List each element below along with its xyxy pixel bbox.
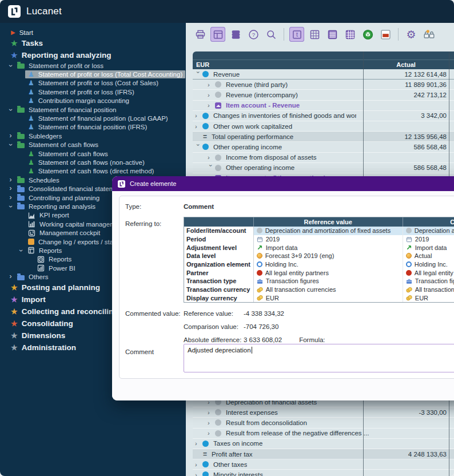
chevron-right-icon[interactable]: › <box>208 102 215 108</box>
comparison-value-row: Comparison value: -704 726,30 <box>184 323 278 330</box>
gear-icon[interactable]: ⚙ <box>404 27 419 42</box>
case-icon <box>257 278 263 284</box>
locks-icon[interactable] <box>421 27 436 42</box>
chevron-down-icon[interactable]: › <box>8 106 14 113</box>
report-row-interest-expenses[interactable]: ›Interest expenses-3 330,00 <box>193 407 454 418</box>
report-row-revenue-intercompany[interactable]: ›Revenue (intercompany)242 713,12 <box>193 90 454 100</box>
chevron-right-icon[interactable]: › <box>7 177 14 183</box>
reference-row-adjustment-level[interactable]: Adjustment levelImport dataImport data <box>184 243 454 252</box>
sidebar-item-statement-of-financial-position[interactable]: ›Statement of financial position <box>0 105 186 114</box>
chevron-down-icon[interactable]: › <box>208 165 214 171</box>
sidebar-item-statement-of-cash-flows[interactable]: ›Statement of cash flows <box>0 141 186 149</box>
reference-row-display-currency[interactable]: Display currencyEUREUR <box>184 294 454 303</box>
reference-table: Reference valueComparison valueFolder/it… <box>184 217 454 303</box>
absolute-difference-row: Absolute difference: 3 633 608,02 Formul… <box>184 336 325 343</box>
chevron-right-icon[interactable]: › <box>195 472 202 476</box>
dialog-title-bar[interactable]: Create elemente <box>112 176 454 191</box>
report-row-revenue[interactable]: ›Revenue12 132 614,48 <box>193 69 454 80</box>
report-row-total-operating-performance[interactable]: =Total operating performance12 135 956,4… <box>193 132 454 142</box>
sidebar-item-label: Import <box>22 295 46 304</box>
report-row-other-taxes[interactable]: ›Other taxes <box>193 459 454 470</box>
chevron-down-icon[interactable]: › <box>18 247 24 254</box>
sidebar-item-reporting-and-analyzing[interactable]: ★Reporting and analyzing <box>0 49 186 61</box>
sidebar-item-contribution-margin-accounting[interactable]: ♟Contribution margin accounting <box>0 97 186 105</box>
sidebar-item-statement-of-profit-or-loss-total-cost-accounting[interactable]: ♟Statement of profit or loss (Total Cost… <box>0 70 186 78</box>
chevron-right-icon[interactable]: › <box>208 154 215 160</box>
svg-text:?: ? <box>252 31 254 38</box>
chevron-right-icon[interactable]: › <box>7 133 14 138</box>
print-icon[interactable] <box>193 27 208 42</box>
report-row-profit-after-tax[interactable]: =Profit after tax4 248 133,63 <box>193 449 454 459</box>
chevron-right-icon[interactable]: › <box>208 410 215 415</box>
sidebar-item-statement-of-financial-position-ifrs[interactable]: ♟Statement of financial position (IFRS) <box>0 123 186 132</box>
cube-icon[interactable] <box>360 27 375 42</box>
chevron-right-icon[interactable]: › <box>208 420 215 426</box>
report-row-income-from-disposal-of-assets[interactable]: ›Income from disposal of assets <box>193 153 454 163</box>
report-row-other-operating-income[interactable]: ›Other operating income586 568,48 <box>193 142 454 152</box>
sidebar-item-statement-of-profit-or-loss-cost-of-sales[interactable]: ♟Statement of profit or loss (Cost of Sa… <box>0 79 186 88</box>
stop-icon[interactable] <box>378 27 393 42</box>
reference-row-partner[interactable]: PartnerAll legal entity partnersAll lega… <box>184 268 454 277</box>
sidebar-item-statement-of-cash-flows-non-active[interactable]: ♟Statement of cash flows (non-active) <box>0 158 186 166</box>
reference-row-data-level[interactable]: Data levelForecast 3+9 2019 (eng)Actual <box>184 252 454 260</box>
grid-icon[interactable] <box>307 27 322 42</box>
chevron-down-icon[interactable]: › <box>196 71 201 77</box>
report-row-revenue-third-party[interactable]: ›Revenue (third party)11 889 901,36 <box>193 80 454 90</box>
chevron-right-icon[interactable]: › <box>195 124 202 129</box>
sidebar-item-statement-of-profit-or-loss[interactable]: ›Statement of profit or loss <box>0 61 186 70</box>
chevron-down-icon[interactable]: › <box>196 144 201 150</box>
reference-row-folder-item-account[interactable]: Folder/item/accountDepreciation and amor… <box>184 227 454 235</box>
chevron-down-icon[interactable]: › <box>8 141 14 149</box>
chevron-right-icon[interactable]: › <box>208 82 215 88</box>
reference-row-period[interactable]: Period20192019 <box>184 235 454 244</box>
grid-filled-icon[interactable] <box>343 27 357 42</box>
sidebar-item-start[interactable]: ▶Start <box>0 27 186 37</box>
currency-header: EUR <box>196 61 209 68</box>
blue-dot-icon <box>202 461 209 467</box>
sidebar-item-label: Subledgers <box>29 133 62 140</box>
help-icon[interactable]: ? <box>246 27 261 42</box>
sidebar-item-statement-of-cash-flows[interactable]: ♟Statement of cash flows <box>0 149 186 158</box>
chevron-right-icon[interactable]: › <box>208 430 215 436</box>
report-row-other-own-work-capitalized[interactable]: ›Other own work capitalized <box>193 121 454 132</box>
chevron-right-icon[interactable]: › <box>7 273 14 279</box>
chevron-right-icon[interactable]: › <box>195 462 202 467</box>
absolute-difference-value: 3 633 608,02 <box>244 336 282 343</box>
chevron-right-icon[interactable]: › <box>7 185 14 191</box>
report-row-result-from-deconsolidation[interactable]: ›Result from deconsolidation <box>193 418 454 428</box>
reference-row-transaction-type[interactable]: Transaction typeTransaction figuresTrans… <box>184 277 454 285</box>
sidebar-item-tasks[interactable]: ★Tasks <box>0 37 186 49</box>
chevron-right-icon[interactable]: › <box>195 441 202 446</box>
sidebar-item-statement-of-financial-position-local-gaap[interactable]: ♟Statement of financial position (Local … <box>0 114 186 122</box>
star-icon: ★ <box>11 284 18 291</box>
report-row-changes-in-inventories-of-finished-goods-and-work[interactable]: ›Changes in inventories of finished good… <box>193 111 454 121</box>
sidebar-item-label: Statement of financial position <box>29 106 116 113</box>
chevron-right-icon[interactable]: › <box>208 92 215 98</box>
sidebar-item-label: Statement of cash flows (direct method) <box>38 168 154 174</box>
text-cell-icon[interactable]: t <box>289 27 304 42</box>
working-capital-icon <box>28 220 35 228</box>
sidebar-item-label: Reports <box>49 256 71 263</box>
rows-icon[interactable] <box>228 27 243 42</box>
row-label: Revenue (third party) <box>226 81 288 88</box>
grid-hash-icon[interactable] <box>325 27 340 42</box>
report-row-item-account-revenue[interactable]: ›Item account - Revenue <box>193 101 454 111</box>
reference-row-organization-element[interactable]: Organization elementHolding Inc.Holding … <box>184 260 454 269</box>
chevron-right-icon[interactable]: › <box>195 113 202 118</box>
report-row-other-operating-income[interactable]: ›Other operating income586 568,48 <box>193 163 454 173</box>
sidebar-item-statement-of-cash-flows-direct-method[interactable]: ♟Statement of cash flows (direct method) <box>0 167 186 176</box>
sidebar-item-subledgers[interactable]: ›Subledgers <box>0 132 186 140</box>
chevron-down-icon[interactable]: › <box>8 62 14 69</box>
report-row-taxes-on-income[interactable]: ›Taxes on income <box>193 439 454 449</box>
sidebar-item-label: Management cockpit <box>39 229 100 236</box>
report-row-minority-interests[interactable]: ›Minority interests <box>193 470 454 476</box>
chevron-right-icon[interactable]: › <box>7 195 14 200</box>
search-icon[interactable] <box>264 27 278 42</box>
sidebar-item-statement-of-profit-or-loss-ifrs[interactable]: ♟Statement of profit or loss (IFRS) <box>0 88 186 96</box>
reference-row-transaction-currency[interactable]: Transaction currencyAll transaction curr… <box>184 285 454 294</box>
layout-icon[interactable] <box>210 27 225 42</box>
chevron-down-icon[interactable]: › <box>8 203 14 210</box>
report-row-result-from-release-of-the-negative-differences[interactable]: ›Result from release of the negative dif… <box>193 429 454 439</box>
blue-dot-icon <box>202 113 209 119</box>
comment-input[interactable]: Adjusted depreciation <box>184 344 454 372</box>
